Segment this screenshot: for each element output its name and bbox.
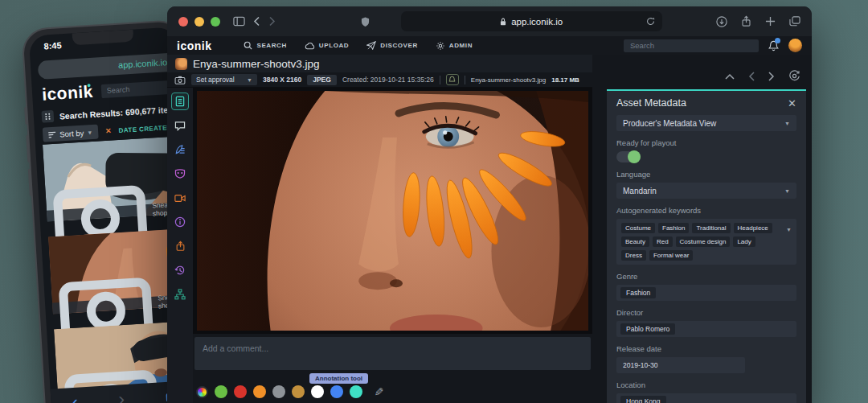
color-swatch[interactable] (350, 385, 362, 398)
privacy-shield-icon[interactable] (361, 16, 370, 27)
metadata-view-select[interactable]: Producer's Metadata View▼ (616, 115, 796, 131)
keyword-tag[interactable]: Headpiece (734, 223, 772, 233)
color-swatch[interactable] (272, 385, 285, 398)
notification-badge (775, 38, 780, 43)
subscribe-bell-button[interactable] (446, 74, 459, 85)
keyword-tag[interactable]: Lady (733, 236, 755, 247)
phone-iconik-logo: iconik (41, 82, 93, 105)
view-toggle-icon[interactable] (41, 110, 54, 123)
set-approval-select[interactable]: Set approval▼ (191, 74, 257, 85)
notifications-bell[interactable] (768, 40, 779, 51)
keyword-tag[interactable]: Traditional (692, 223, 730, 233)
nav-search[interactable]: SEARCH (244, 41, 286, 50)
back-icon[interactable] (253, 16, 260, 27)
caret-down-icon: ▼ (247, 77, 252, 83)
chevron-up-icon[interactable] (725, 73, 735, 80)
color-swatch[interactable] (330, 385, 343, 398)
asset-resolution: 3840 X 2160 (263, 76, 301, 84)
tools-rail (167, 88, 193, 403)
segments-icon[interactable] (171, 165, 189, 183)
transcription-icon[interactable] (171, 141, 189, 158)
color-swatch[interactable] (234, 385, 247, 398)
comment-input[interactable] (194, 337, 591, 370)
sidebar-icon[interactable] (233, 16, 245, 27)
date-created-filter[interactable]: DATE CREATED (118, 123, 172, 134)
reload-icon[interactable] (646, 17, 655, 26)
keyword-tag[interactable]: Red (653, 236, 673, 247)
comments-icon[interactable] (171, 117, 189, 134)
nav-admin[interactable]: ADMIN (436, 41, 473, 51)
director-field[interactable]: Pablo Romero (616, 321, 796, 337)
bell-icon (448, 76, 456, 84)
tab-overview-icon[interactable] (789, 15, 800, 27)
keywords-field[interactable]: CostumeFashionTraditionalHeadpieceBeauty… (616, 219, 796, 265)
nav-discover[interactable]: DISCOVER (366, 41, 418, 50)
pencil-icon[interactable]: ✎ (372, 387, 385, 397)
browser-window: app.iconik.io iconik SEARCH UPLOAD DISCO… (167, 6, 812, 403)
asset-image-viewer[interactable] (193, 88, 592, 334)
asset-filesize: 18.17 MB (551, 76, 579, 84)
color-swatch[interactable] (311, 385, 324, 398)
global-search-input[interactable] (624, 39, 759, 52)
forward-icon[interactable] (268, 16, 276, 27)
location-field[interactable]: Hong Kong (616, 393, 796, 403)
zoom-window-button[interactable] (211, 17, 220, 27)
remove-filter-icon[interactable]: ✕ (105, 127, 112, 135)
chevron-right-icon[interactable] (768, 72, 775, 81)
keyword-tag[interactable]: Costume (621, 223, 655, 233)
keyword-tag[interactable]: Dress (621, 250, 646, 261)
color-swatch[interactable] (253, 385, 266, 398)
video-icon[interactable] (171, 189, 189, 207)
sort-by-button[interactable]: Sort by▼ (43, 125, 99, 142)
asset-metadata-panel: Asset Metadata ✕ Producer's Metadata Vie… (607, 89, 806, 403)
genre-field[interactable]: Fashion (616, 285, 796, 301)
processing-settings-icon[interactable] (788, 70, 800, 82)
user-avatar[interactable] (788, 39, 802, 52)
back-icon[interactable]: ‹ (72, 394, 79, 403)
annotation-colors: ✎ (196, 384, 383, 399)
share-icon[interactable] (741, 15, 751, 27)
field-label: Ready for playout (616, 138, 796, 147)
minimize-window-button[interactable] (194, 17, 204, 27)
phone-volume-up-button (26, 135, 30, 162)
field-value-chip: Fashion (620, 287, 656, 298)
asset-toolbar: Set approval▼ 3840 X 2160 JPEG Created: … (167, 72, 592, 88)
share-icon[interactable] (171, 237, 189, 255)
caret-down-icon[interactable]: ▼ (786, 227, 792, 232)
iconik-logo[interactable]: iconik (177, 39, 211, 52)
forward-icon[interactable]: › (118, 391, 125, 403)
nav-upload[interactable]: UPLOAD (305, 42, 349, 50)
chevron-left-icon[interactable] (748, 72, 755, 81)
phone-search-input[interactable] (100, 80, 175, 98)
comment-area (194, 337, 591, 370)
release-date-field[interactable]: 2019-10-30 (616, 357, 745, 373)
asset-photo (197, 91, 588, 331)
address-bar[interactable]: app.iconik.io (401, 11, 662, 31)
color-swatch[interactable] (292, 385, 305, 398)
history-icon[interactable] (171, 261, 189, 279)
downloads-icon[interactable] (716, 15, 727, 27)
color-swatch[interactable] (215, 385, 227, 398)
language-select[interactable]: Mandarin▼ (616, 183, 796, 199)
phone-notch (72, 30, 134, 46)
keyword-tag[interactable]: Beauty (621, 236, 649, 247)
keyword-tag[interactable]: Fashion (658, 223, 689, 233)
info-icon[interactable] (171, 213, 189, 231)
ready-for-playout-toggle[interactable] (616, 151, 641, 162)
new-tab-icon[interactable] (765, 15, 776, 27)
field-label: Release date (616, 344, 796, 353)
app-navbar: iconik SEARCH UPLOAD DISCOVER ADMIN (167, 36, 812, 55)
metadata-icon[interactable] (171, 93, 189, 110)
field-value-chip: Hong Kong (620, 396, 666, 403)
color-wheel-swatch[interactable] (196, 386, 208, 398)
asset-title: Enya-summer-shootv3.jpg (193, 58, 320, 70)
keyword-tag[interactable]: Costume design (676, 236, 731, 247)
field-label: Language (616, 170, 796, 179)
field-value: 2019-10-30 (620, 361, 657, 369)
close-icon[interactable]: ✕ (788, 97, 796, 109)
close-window-button[interactable] (178, 17, 188, 27)
cloud-upload-icon (305, 42, 315, 50)
keyword-tag[interactable]: Formal wear (649, 250, 693, 261)
relations-icon[interactable] (171, 286, 189, 303)
caret-down-icon: ▼ (784, 121, 790, 126)
